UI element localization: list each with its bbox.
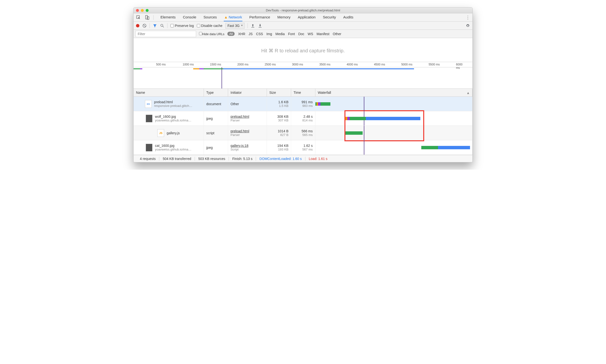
svg-point-4 bbox=[161, 24, 163, 26]
status-requests: 4 requests bbox=[136, 157, 159, 161]
status-resources: 503 KB resources bbox=[195, 157, 229, 161]
more-menu-icon[interactable]: ⋮ bbox=[466, 15, 470, 20]
request-initiator: preload.htmlParser bbox=[228, 111, 267, 126]
tick: 3000 ms bbox=[292, 63, 303, 66]
upload-har-icon[interactable] bbox=[251, 24, 255, 28]
minimize-window[interactable] bbox=[141, 9, 144, 12]
request-waterfall bbox=[315, 97, 473, 111]
request-time: 566 ms565 ms bbox=[291, 126, 315, 140]
tab-security[interactable]: Security bbox=[322, 13, 336, 21]
filter-input[interactable] bbox=[135, 31, 196, 37]
overview-bar bbox=[199, 68, 204, 69]
zoom-window[interactable] bbox=[146, 9, 149, 12]
filter-type-xhr[interactable]: XHR bbox=[238, 32, 245, 36]
tick: 2000 ms bbox=[237, 63, 249, 66]
filter-type-font[interactable]: Font bbox=[288, 32, 295, 36]
request-initiator: Other bbox=[228, 97, 267, 111]
status-transferred: 504 KB transferred bbox=[159, 157, 195, 161]
filter-type-manifest[interactable]: Manifest bbox=[316, 32, 329, 36]
tab-console[interactable]: Console bbox=[183, 13, 197, 21]
column-type[interactable]: Type bbox=[204, 89, 228, 96]
tick: 4000 ms bbox=[347, 63, 358, 66]
filter-type-other[interactable]: Other bbox=[333, 32, 341, 36]
search-icon[interactable] bbox=[160, 24, 164, 28]
tick: 5000 ms bbox=[401, 63, 412, 66]
waterfall-bar bbox=[366, 117, 420, 120]
request-time: 991 ms983 ms bbox=[291, 97, 315, 111]
filter-type-all[interactable]: All bbox=[227, 32, 235, 36]
overview-bar bbox=[193, 68, 199, 69]
request-name: gallery.js bbox=[167, 131, 180, 135]
filter-icon[interactable] bbox=[153, 24, 157, 28]
hide-data-urls-checkbox[interactable]: Hide data URLs bbox=[199, 32, 224, 36]
tick: 3500 ms bbox=[319, 63, 330, 66]
column-waterfall[interactable]: Waterfall▲ bbox=[315, 89, 473, 96]
status-load: Load: 1.61 s bbox=[305, 157, 331, 161]
tab-sources[interactable]: Sources bbox=[203, 13, 217, 21]
initiator-link[interactable]: gallery.js:18 bbox=[231, 144, 264, 148]
throttling-select[interactable]: Fast 3G bbox=[225, 23, 245, 29]
load-marker bbox=[222, 67, 222, 89]
panel-tabs: ElementsConsoleSources▲NetworkPerformanc… bbox=[133, 13, 473, 22]
settings-icon[interactable] bbox=[466, 24, 470, 28]
column-initiator[interactable]: Initiator bbox=[228, 89, 267, 96]
tab-audits[interactable]: Audits bbox=[343, 13, 354, 21]
tab-performance[interactable]: Performance bbox=[249, 13, 271, 21]
divider bbox=[248, 23, 248, 28]
waterfall-bar bbox=[318, 102, 320, 106]
filter-type-img[interactable]: Img bbox=[266, 32, 272, 36]
filter-type-css[interactable]: CSS bbox=[256, 32, 263, 36]
tab-memory[interactable]: Memory bbox=[277, 13, 291, 21]
tab-elements[interactable]: Elements bbox=[160, 13, 176, 21]
request-size: 1.6 KB1.5 KB bbox=[267, 97, 291, 111]
request-type: jpeg bbox=[204, 111, 228, 126]
tick: 5500 ms bbox=[429, 63, 440, 66]
traffic-lights bbox=[133, 9, 149, 12]
request-waterfall bbox=[315, 126, 473, 140]
preserve-log-checkbox[interactable]: Preserve log bbox=[171, 24, 194, 28]
tick: 4500 ms bbox=[374, 63, 385, 66]
divider bbox=[150, 23, 150, 28]
status-finish: Finish: 5.13 s bbox=[229, 157, 256, 161]
download-har-icon[interactable] bbox=[258, 24, 262, 28]
inspect-icon[interactable] bbox=[136, 15, 141, 20]
table-row[interactable]: JSgallery.jsscriptpreload.htmlParser1014… bbox=[133, 126, 473, 140]
request-name: cat_1600.jpg bbox=[155, 144, 191, 148]
request-type: jpeg bbox=[204, 140, 228, 155]
network-toolbar: Preserve log Disable cache Fast 3G bbox=[133, 22, 473, 30]
initiator-link[interactable]: preload.html bbox=[231, 115, 264, 118]
clear-icon[interactable] bbox=[142, 24, 147, 28]
close-window[interactable] bbox=[136, 9, 139, 12]
waterfall-bar bbox=[345, 117, 347, 120]
request-host: responsive-preload.glitch… bbox=[154, 104, 192, 108]
timeline-overview[interactable]: 500 ms1000 ms1500 ms2000 ms2500 ms3000 m… bbox=[133, 62, 473, 89]
titlebar: DevTools - responsive-preload.glitch.me/… bbox=[133, 8, 473, 13]
window-title: DevTools - responsive-preload.glitch.me/… bbox=[133, 9, 473, 12]
filmstrip-hint: Hit ⌘ R to reload and capture filmstrip. bbox=[133, 38, 473, 62]
filter-type-media[interactable]: Media bbox=[275, 32, 285, 36]
disable-cache-checkbox[interactable]: Disable cache bbox=[197, 24, 223, 28]
table-row[interactable]: cat_1600.jpgyoavweiss.github.io/ima…jpeg… bbox=[133, 140, 473, 155]
tick: 2500 ms bbox=[265, 63, 276, 66]
request-time: 1.62 s567 ms bbox=[291, 140, 315, 155]
request-size: 194 KB193 KB bbox=[267, 140, 291, 155]
status-bar: 4 requests 504 KB transferred 503 KB res… bbox=[133, 155, 473, 162]
table-row[interactable]: <>preload.htmlresponsive-preload.glitch…… bbox=[133, 97, 473, 111]
request-waterfall bbox=[315, 111, 473, 126]
request-table: <>preload.htmlresponsive-preload.glitch…… bbox=[133, 97, 473, 155]
tab-application[interactable]: Application bbox=[297, 13, 316, 21]
table-row[interactable]: wolf_1600.jpgyoavweiss.github.io/ima…jpe… bbox=[133, 111, 473, 126]
sort-arrow-icon: ▲ bbox=[466, 91, 470, 95]
column-time[interactable]: Time bbox=[291, 89, 315, 96]
table-header: Name Type Initiator Size Time Waterfall▲ bbox=[133, 89, 473, 97]
column-name[interactable]: Name bbox=[133, 89, 204, 96]
request-host: yoavweiss.github.io/ima… bbox=[155, 118, 191, 122]
initiator-link[interactable]: preload.html bbox=[231, 129, 264, 133]
filter-type-ws[interactable]: WS bbox=[308, 32, 313, 36]
device-toggle-icon[interactable] bbox=[145, 15, 150, 20]
filter-type-doc[interactable]: Doc bbox=[298, 32, 304, 36]
filter-type-js[interactable]: JS bbox=[249, 32, 252, 36]
tab-network[interactable]: ▲Network bbox=[224, 13, 243, 21]
record-button[interactable] bbox=[136, 24, 139, 27]
column-size[interactable]: Size bbox=[267, 89, 291, 96]
